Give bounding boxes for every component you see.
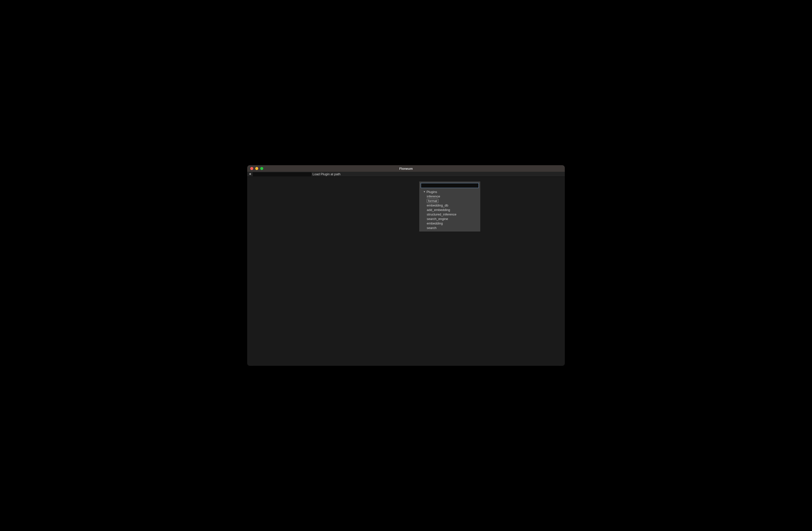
- plugin-item-structured-inference[interactable]: structured_inference: [427, 212, 479, 216]
- plugin-item-search-engine[interactable]: search_engine: [427, 216, 479, 221]
- plugin-item-inference[interactable]: inference: [427, 194, 479, 199]
- plugin-item-search[interactable]: search: [427, 226, 479, 230]
- plugin-item-embedding-db[interactable]: embedding_db: [427, 203, 479, 207]
- plugin-tree-items: inference format embedding_db add_embedd…: [423, 194, 479, 230]
- asterisk-icon: ✱: [247, 172, 253, 176]
- plugin-item-add-embedding[interactable]: add_embedding: [427, 207, 479, 212]
- chevron-down-icon: ▼: [423, 190, 425, 193]
- plugin-picker-popup: ▼ Plugins inference format embedding_db …: [419, 182, 480, 231]
- load-plugin-button[interactable]: Load Plugin at path: [313, 172, 340, 176]
- app-window: Floneum ✱ Load Plugin at path ▼ Plugins …: [247, 165, 565, 366]
- maximize-icon[interactable]: [260, 167, 263, 170]
- toolbar: ✱ Load Plugin at path: [247, 172, 565, 177]
- plugin-tree: ▼ Plugins inference format embedding_db …: [421, 189, 479, 230]
- plugin-search-input[interactable]: [421, 183, 479, 188]
- minimize-icon[interactable]: [255, 167, 258, 170]
- plugin-path-input[interactable]: [253, 172, 311, 176]
- plugin-item-format[interactable]: format: [427, 199, 479, 203]
- close-icon[interactable]: [250, 167, 253, 170]
- titlebar: Floneum: [247, 165, 565, 172]
- traffic-lights: [247, 167, 263, 170]
- plugin-tree-header-label: Plugins: [426, 190, 437, 194]
- plugin-tree-header[interactable]: ▼ Plugins: [423, 189, 479, 194]
- window-title: Floneum: [399, 167, 413, 171]
- plugin-item-embedding[interactable]: embedding: [427, 221, 479, 226]
- canvas[interactable]: ▼ Plugins inference format embedding_db …: [247, 177, 565, 366]
